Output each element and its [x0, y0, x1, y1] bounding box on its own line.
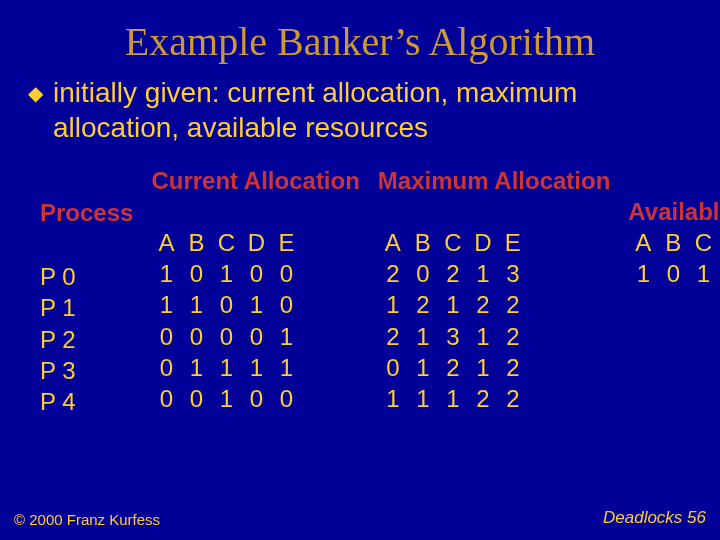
cell: 2	[468, 383, 498, 414]
cell: 2	[498, 321, 528, 352]
cell: 0	[211, 321, 241, 352]
bullet-row: ◆ initially given: current allocation, m…	[0, 75, 720, 145]
slide: Example Banker’s Algorithm ◆ initially g…	[0, 0, 720, 540]
table-row: 1 0 1 0 0	[151, 258, 359, 289]
spacer	[628, 165, 720, 196]
process-name: P 3	[40, 355, 133, 386]
table-row: 0 0 0 0 1	[151, 321, 359, 352]
res-hdr: A	[378, 227, 408, 258]
current-header: Current Allocation	[151, 165, 359, 227]
table-row: 1 0 1 0 1	[628, 258, 720, 289]
res-hdr: C	[438, 227, 468, 258]
cell: 0	[241, 321, 271, 352]
cell: 2	[378, 258, 408, 289]
res-hdr: A	[628, 227, 658, 258]
current-block: Current Allocation A B C D E 1 0 1 0 0 1…	[151, 165, 359, 417]
maximum-block: Maximum Allocation A B C D E 2 0 2 1 3 1…	[378, 165, 610, 417]
cell: 1	[271, 352, 301, 383]
cell: 1	[181, 289, 211, 320]
cell: 0	[241, 258, 271, 289]
table-row: 1 2 1 2 2	[378, 289, 610, 320]
cell: 1	[151, 289, 181, 320]
bullet-icon: ◆	[28, 81, 43, 106]
cell: 1	[378, 289, 408, 320]
cell: 2	[498, 289, 528, 320]
slide-title: Example Banker’s Algorithm	[0, 0, 720, 75]
available-block: Available A B C D E 1 0 1 0 1	[628, 165, 720, 417]
cell: 0	[181, 383, 211, 414]
table-row: 0 1 2 1 2	[378, 352, 610, 383]
table-row: 2 0 2 1 3	[378, 258, 610, 289]
cell: 1	[378, 383, 408, 414]
cell: 0	[151, 321, 181, 352]
res-hdr: B	[181, 227, 211, 258]
cell: 0	[151, 383, 181, 414]
cell: 0	[181, 321, 211, 352]
cell: 1	[241, 289, 271, 320]
cell: 0	[151, 352, 181, 383]
cell: 2	[378, 321, 408, 352]
resource-header-row: A B C D E	[151, 227, 359, 258]
process-name: P 0	[40, 261, 133, 292]
res-hdr: D	[241, 227, 271, 258]
cell: 3	[438, 321, 468, 352]
cell: 0	[271, 289, 301, 320]
process-name: P 4	[40, 386, 133, 417]
res-hdr: D	[468, 227, 498, 258]
cell: 1	[241, 352, 271, 383]
res-hdr: B	[658, 227, 688, 258]
resource-header-row: A B C D E	[378, 227, 610, 258]
res-hdr: E	[498, 227, 528, 258]
cell: 0	[658, 258, 688, 289]
maximum-header: Maximum Allocation	[378, 165, 610, 227]
cell: 1	[408, 383, 438, 414]
resource-header-row: A B C D E	[628, 227, 720, 258]
table-row: 0 0 1 0 0	[151, 383, 359, 414]
cell: 1	[211, 383, 241, 414]
footer-page: Deadlocks 56	[603, 508, 706, 528]
cell: 1	[151, 258, 181, 289]
res-hdr: E	[271, 227, 301, 258]
process-column: Process P 0 P 1 P 2 P 3 P 4	[40, 165, 133, 417]
cell: 2	[438, 258, 468, 289]
cell: 1	[688, 258, 718, 289]
bullet-text: initially given: current allocation, max…	[53, 75, 692, 145]
cell: 2	[408, 289, 438, 320]
res-hdr: A	[151, 227, 181, 258]
cell: 1	[628, 258, 658, 289]
process-name: P 1	[40, 292, 133, 323]
cell: 1	[438, 289, 468, 320]
cell: 0	[271, 258, 301, 289]
table-row: 2 1 3 1 2	[378, 321, 610, 352]
cell: 1	[181, 352, 211, 383]
cell: 1	[468, 321, 498, 352]
process-name: P 2	[40, 324, 133, 355]
process-header: Process	[40, 165, 133, 230]
cell: 0	[271, 383, 301, 414]
spacer	[40, 230, 133, 261]
cell: 1	[468, 258, 498, 289]
cell: 2	[498, 352, 528, 383]
cell: 1	[408, 352, 438, 383]
cell: 0	[241, 383, 271, 414]
footer-copyright: © 2000 Franz Kurfess	[14, 511, 160, 528]
cell: 0	[378, 352, 408, 383]
cell: 1	[408, 321, 438, 352]
res-hdr: C	[211, 227, 241, 258]
available-header: Available	[628, 196, 720, 227]
cell: 3	[498, 258, 528, 289]
tables-area: Process P 0 P 1 P 2 P 3 P 4 Current Allo…	[0, 145, 720, 417]
cell: 2	[468, 289, 498, 320]
cell: 1	[468, 352, 498, 383]
cell: 0	[211, 289, 241, 320]
cell: 1	[211, 352, 241, 383]
cell: 2	[438, 352, 468, 383]
cell: 0	[408, 258, 438, 289]
cell: 1	[438, 383, 468, 414]
res-hdr: B	[408, 227, 438, 258]
cell: 0	[181, 258, 211, 289]
cell: 2	[498, 383, 528, 414]
table-row: 1 1 0 1 0	[151, 289, 359, 320]
cell: 1	[271, 321, 301, 352]
cell: 1	[211, 258, 241, 289]
